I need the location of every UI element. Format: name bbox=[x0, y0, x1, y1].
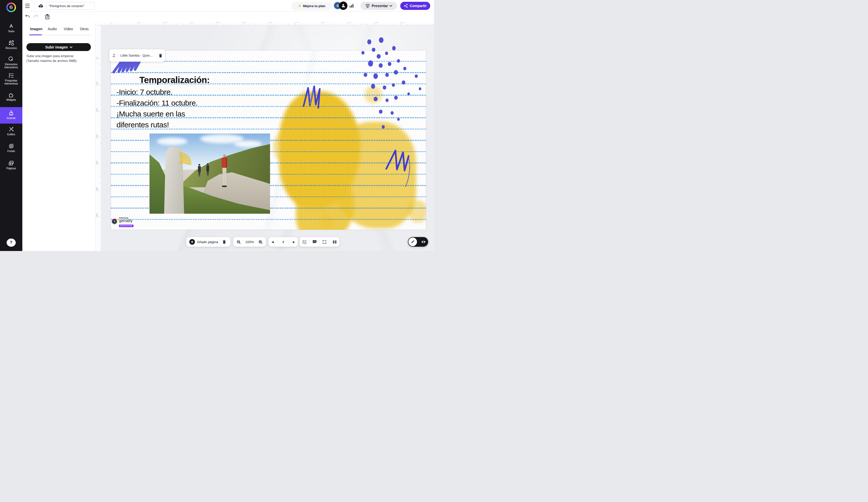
tools-group bbox=[299, 237, 340, 247]
genially-logo-icon[interactable]: G bbox=[6, 2, 16, 12]
tab-otros[interactable]: Otros bbox=[80, 27, 89, 31]
page-body-text[interactable]: -Inicio: 7 octubre. -Finalización: 11 oc… bbox=[116, 86, 198, 130]
share-button[interactable]: Compartir bbox=[400, 2, 430, 10]
ruler-v-label: 200 bbox=[96, 108, 98, 111]
zoom-in-button[interactable] bbox=[258, 240, 263, 244]
checklist-tool-button[interactable] bbox=[302, 240, 307, 244]
undo-button[interactable] bbox=[25, 14, 30, 20]
menu-icon[interactable] bbox=[25, 4, 30, 8]
divider bbox=[34, 2, 34, 10]
delete-page-button[interactable] bbox=[222, 240, 226, 244]
divider bbox=[357, 2, 357, 10]
genially-watermark: G Powered by genially EDUCATION bbox=[112, 217, 134, 227]
view-mode-button[interactable] bbox=[421, 239, 426, 245]
camino-photo[interactable] bbox=[149, 133, 270, 214]
sidebar: G A Texto Recursos Elementos interactivo bbox=[0, 0, 22, 251]
page-actions-group: Añadir página bbox=[186, 237, 230, 247]
slide-page[interactable]: Temporalización: -Inicio: 7 octubre. -Fi… bbox=[111, 51, 426, 230]
audio-track-chip[interactable]: ♫ Little Samba - Quin... bbox=[110, 49, 165, 62]
quick-actions-strip bbox=[22, 12, 434, 22]
zoom-out-button[interactable] bbox=[237, 240, 241, 244]
zoom-value[interactable]: 100% bbox=[245, 240, 254, 244]
tab-imagen[interactable]: Imagen bbox=[30, 27, 42, 31]
divider bbox=[278, 239, 278, 245]
ruler-v-label: 400 bbox=[96, 161, 98, 164]
next-page-button[interactable]: ▶ bbox=[293, 240, 294, 244]
comments-button[interactable] bbox=[312, 240, 317, 244]
redo-button[interactable] bbox=[33, 14, 38, 20]
sidebar-item-elementos-interactivos[interactable]: Elementos interactivos bbox=[0, 57, 22, 69]
project-title-input[interactable] bbox=[46, 2, 95, 10]
sidebar-item-estilos[interactable]: Estilos bbox=[0, 126, 22, 136]
share-label: Compartir bbox=[410, 4, 427, 8]
upload-image-button[interactable]: Subir imagen bbox=[27, 43, 91, 51]
upload-image-label: Subir imagen bbox=[45, 45, 68, 49]
present-button[interactable]: Presentar bbox=[360, 2, 397, 10]
ruler-v-label: 100 bbox=[96, 82, 98, 84]
pages-icon bbox=[8, 161, 14, 166]
background-stripes-icon bbox=[8, 143, 14, 149]
divider bbox=[329, 239, 330, 245]
ruler-v-label: 600 bbox=[96, 214, 98, 216]
insert-panel: Imagen Audio Vídeo Otros Subir imagen Su… bbox=[22, 22, 95, 251]
sidebar-item-texto[interactable]: A Texto bbox=[0, 23, 22, 33]
divider bbox=[118, 52, 118, 59]
sidebar-item-widgets[interactable]: Widgets bbox=[0, 92, 22, 101]
delete-audio-button[interactable] bbox=[159, 53, 163, 58]
current-page-number[interactable]: 4 bbox=[282, 240, 284, 244]
add-collaborator-button[interactable] bbox=[339, 1, 348, 10]
checklist-icon bbox=[8, 73, 14, 78]
ruler-v-label: 300 bbox=[96, 134, 98, 137]
hiker-silhouette bbox=[206, 163, 209, 176]
previous-page-button[interactable]: ◀ bbox=[271, 240, 273, 244]
sidebar-item-label: Preguntas interactivas bbox=[0, 79, 22, 85]
chevron-down-icon bbox=[389, 4, 392, 7]
text-icon: A bbox=[8, 23, 14, 29]
sidebar-item-label: Páginas bbox=[0, 167, 22, 170]
user-plus-icon bbox=[341, 3, 346, 8]
divider bbox=[319, 239, 320, 245]
ruler-vertical: 0100200300400500600 bbox=[95, 25, 101, 251]
sidebar-item-label: Texto bbox=[0, 30, 22, 33]
stats-icon[interactable] bbox=[349, 3, 354, 9]
upgrade-plan-button[interactable]: ★ Mejora tu plan bbox=[292, 2, 332, 10]
tab-video[interactable]: Vídeo bbox=[64, 27, 73, 31]
genially-editor: G A Texto Recursos Elementos interactivo bbox=[0, 0, 434, 251]
upgrade-plan-label: Mejora tu plan bbox=[303, 4, 326, 8]
sidebar-item-label: Estilos bbox=[0, 133, 22, 136]
topbar: ★ Mejora tu plan S Pr bbox=[22, 0, 434, 12]
interactive-cursor-icon bbox=[8, 57, 14, 62]
add-page-icon[interactable] bbox=[189, 239, 195, 245]
page-title-text[interactable]: Temporalización: bbox=[140, 75, 210, 85]
pencil-icon bbox=[411, 240, 415, 244]
eye-icon bbox=[421, 239, 426, 244]
sidebar-item-recursos[interactable]: Recursos bbox=[0, 40, 22, 50]
sidebar-item-paginas[interactable]: Páginas bbox=[0, 161, 22, 170]
add-page-label[interactable]: Añadir página bbox=[197, 240, 218, 244]
sidebar-item-preguntas-interactivas[interactable]: Preguntas interactivas bbox=[0, 73, 22, 85]
sidebar-item-fondo[interactable]: Fondo bbox=[0, 143, 22, 153]
presentation-icon bbox=[365, 4, 370, 8]
sidebar-item-label: Insertar bbox=[0, 116, 22, 120]
hiker-red-backpack bbox=[220, 154, 228, 193]
ruler-v-label: 0 bbox=[96, 57, 98, 58]
selection-grid-button[interactable] bbox=[322, 240, 327, 244]
sidebar-item-insertar[interactable]: Insertar bbox=[0, 107, 22, 124]
split-view-button[interactable] bbox=[332, 240, 337, 244]
shapes-icon bbox=[8, 40, 14, 46]
genially-logo-icon: G bbox=[112, 218, 117, 224]
edit-view-toggle[interactable] bbox=[408, 237, 428, 247]
sidebar-item-label: Elementos interactivos bbox=[0, 63, 22, 69]
puzzle-icon bbox=[8, 92, 14, 98]
share-icon bbox=[404, 4, 408, 8]
zoom-group: 100% bbox=[233, 237, 266, 247]
tab-audio[interactable]: Audio bbox=[48, 27, 57, 31]
edit-mode-button[interactable] bbox=[409, 237, 417, 246]
divider bbox=[309, 239, 310, 245]
scallop-shell-icon bbox=[175, 149, 193, 167]
watermark-brand-text: genially bbox=[119, 218, 134, 223]
save-check-button[interactable] bbox=[45, 14, 50, 21]
help-button[interactable]: ? bbox=[7, 238, 16, 247]
yellow-paint-speck bbox=[407, 200, 426, 223]
cloud-shape bbox=[157, 137, 187, 145]
